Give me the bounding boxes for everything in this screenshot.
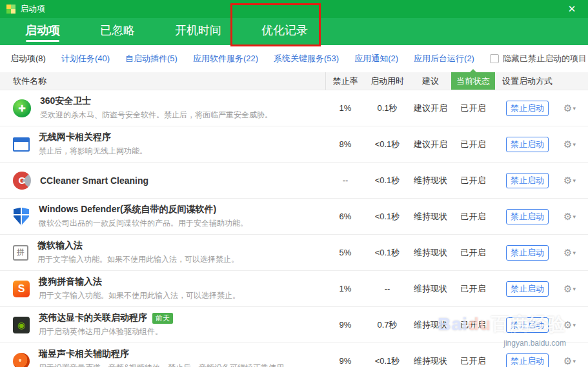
- forbid-startup-button[interactable]: 禁止启动: [506, 101, 549, 116]
- software-text: 微软输入法 用于文字输入功能。如果不使用此输入法，可以选择禁止。: [37, 240, 239, 265]
- ban-rate-value: 1%: [326, 103, 365, 113]
- gear-icon: ⚙: [563, 211, 572, 223]
- app-name: 英伟达显卡的关联启动程序: [39, 312, 147, 324]
- ban-rate-value: 6%: [326, 212, 365, 221]
- suggestion-value: 建议开启: [410, 103, 451, 114]
- table-row: Windows Defender(系统自带的反间谍软件) 微软公司出品的一款反间…: [0, 199, 588, 235]
- network-adapter-icon: [13, 137, 30, 152]
- status-value: 已开启: [451, 319, 495, 331]
- action-cell: 禁止启动: [495, 101, 560, 116]
- software-text: 英伟达显卡的关联启动程序 前天 用于启动英伟达用户体验驱动组件。: [39, 312, 173, 337]
- app-description: 受欢迎的杀木马、防盗号安全软件。禁止后，将面临严重安全威胁。: [40, 110, 272, 121]
- status-value: 已开启: [451, 355, 495, 367]
- status-value: 已开启: [451, 103, 495, 114]
- startup-mode-menu[interactable]: ⚙ ▾: [560, 355, 588, 367]
- table-row: 微软输入法 用于文字输入功能。如果不使用此输入法，可以选择禁止。 5% <0.1…: [0, 235, 588, 271]
- gear-icon: ⚙: [563, 355, 572, 367]
- filter-item[interactable]: 启动项(8): [10, 53, 46, 64]
- ban-rate-value: 5%: [326, 248, 365, 257]
- tab[interactable]: 优化记录: [259, 18, 310, 45]
- window-title: 启动项: [20, 3, 45, 15]
- ban-rate-value: 8%: [326, 139, 365, 149]
- app-name: 360安全卫士: [40, 95, 91, 107]
- ban-rate-value: 1%: [326, 284, 365, 293]
- header-suggestion: 建议: [410, 72, 451, 90]
- filter-item[interactable]: 系统关键服务(53): [274, 53, 339, 64]
- sogou-ime-icon: [13, 281, 30, 297]
- realtek-audio-icon: [13, 353, 30, 367]
- filter-item[interactable]: 应用后台运行(2): [414, 53, 474, 64]
- startup-mode-menu[interactable]: ⚙ ▾: [560, 139, 588, 150]
- action-cell: 禁止启动: [495, 173, 560, 188]
- software-cell: CCleaner Smart Cleaning: [0, 172, 326, 190]
- filter-row: 启动项(8)计划任务(40)自启动插件(5)应用软件服务(22)系统关键服务(5…: [0, 45, 588, 72]
- suggestion-value: 维持现状: [410, 283, 451, 295]
- software-text: Windows Defender(系统自带的反间谍软件) 微软公司出品的一款反间…: [39, 204, 248, 229]
- boot-time-value: <0.1秒: [365, 355, 410, 367]
- header-boot-time: 启动用时: [365, 72, 410, 90]
- status-value: 已开启: [451, 283, 495, 295]
- action-cell: 禁止启动: [495, 245, 560, 261]
- status-value: 已开启: [451, 211, 495, 223]
- filter-item[interactable]: 自启动插件(5): [125, 53, 177, 64]
- gear-icon: ⚙: [563, 283, 572, 295]
- tab[interactable]: 启动项: [23, 18, 62, 45]
- forbid-startup-button[interactable]: 禁止启动: [506, 137, 549, 152]
- tab[interactable]: 开机时间: [173, 18, 223, 45]
- chevron-down-icon: ▾: [573, 250, 576, 256]
- startup-mode-menu[interactable]: ⚙ ▾: [560, 103, 588, 114]
- forbid-startup-button[interactable]: 禁止启动: [506, 173, 549, 188]
- chevron-down-icon: ▾: [573, 358, 576, 364]
- filter-item[interactable]: 计划任务(40): [61, 53, 110, 64]
- software-cell: Windows Defender(系统自带的反间谍软件) 微软公司出品的一款反间…: [0, 204, 326, 229]
- gear-icon: ⚙: [563, 247, 572, 259]
- tab[interactable]: 已忽略: [98, 18, 137, 45]
- forbid-startup-button[interactable]: 禁止启动: [506, 209, 549, 224]
- windows-defender-icon: [13, 208, 30, 226]
- status-value: 已开启: [451, 175, 495, 186]
- boot-time-value: <0.1秒: [365, 175, 410, 186]
- chevron-down-icon: ▾: [573, 213, 576, 220]
- ccleaner-icon: [13, 172, 31, 190]
- startup-mode-menu[interactable]: ⚙ ▾: [560, 319, 588, 331]
- filter-item[interactable]: 应用通知(2): [354, 53, 398, 64]
- software-text: 无线网卡相关程序 禁止后，将影响无线上网功能。: [39, 132, 147, 157]
- software-cell: 瑞昱声卡相关辅助程序 用于设置音量声道、音频&视频特效，禁止后，音频设备可继续正…: [0, 348, 326, 367]
- startup-mode-menu[interactable]: ⚙ ▾: [560, 247, 588, 259]
- nvidia-icon: [13, 317, 30, 333]
- filter-item[interactable]: 应用软件服务(22): [193, 53, 258, 64]
- table-row: CCleaner Smart Cleaning -- <0.1秒 维持现状 已开…: [0, 163, 588, 199]
- hide-disabled-toggle[interactable]: 隐藏已禁止启动的项目: [490, 53, 587, 64]
- close-icon[interactable]: ✕: [562, 3, 582, 15]
- gear-icon: ⚙: [563, 319, 572, 331]
- chevron-down-icon: ▾: [573, 286, 576, 292]
- forbid-startup-button[interactable]: 禁止启动: [506, 245, 549, 261]
- app-description: 用于启动英伟达用户体验驱动组件。: [39, 326, 173, 337]
- startup-mode-menu[interactable]: ⚙ ▾: [560, 283, 588, 295]
- chevron-down-icon: ▾: [573, 177, 576, 184]
- app-description: 用于文字输入功能。如果不使用此输入法，可以选择禁止。: [39, 290, 240, 301]
- hide-disabled-label: 隐藏已禁止启动的项目: [503, 53, 587, 64]
- startup-mode-menu[interactable]: ⚙ ▾: [560, 175, 588, 186]
- forbid-startup-button[interactable]: 禁止启动: [506, 317, 549, 333]
- startup-mode-menu[interactable]: ⚙ ▾: [560, 211, 588, 223]
- startup-list: 360安全卫士 受欢迎的杀木马、防盗号安全软件。禁止后，将面临严重安全威胁。 1…: [0, 90, 588, 367]
- app-description: 微软公司出品的一款反间谍软件的产品。用于安全辅助功能。: [39, 218, 248, 229]
- header-ban-rate: 禁止率: [326, 72, 365, 90]
- app-name: 瑞昱声卡相关辅助程序: [39, 348, 129, 360]
- table-row: 英伟达显卡的关联启动程序 前天 用于启动英伟达用户体验驱动组件。 9% 0.7秒…: [0, 307, 588, 343]
- table-row: 360安全卫士 受欢迎的杀木马、防盗号安全软件。禁止后，将面临严重安全威胁。 1…: [0, 90, 588, 126]
- app-logo-icon: [6, 5, 15, 14]
- forbid-startup-button[interactable]: 禁止启动: [506, 281, 549, 297]
- hide-disabled-checkbox[interactable]: [490, 54, 499, 63]
- action-cell: 禁止启动: [495, 281, 560, 297]
- forbid-startup-button[interactable]: 禁止启动: [506, 353, 549, 367]
- boot-time-value: <0.1秒: [365, 211, 410, 223]
- action-cell: 禁止启动: [495, 353, 560, 367]
- table-row: 瑞昱声卡相关辅助程序 用于设置音量声道、音频&视频特效，禁止后，音频设备可继续正…: [0, 343, 588, 367]
- recent-badge: 前天: [152, 313, 173, 324]
- ban-rate-value: --: [326, 175, 365, 185]
- suggestion-value: 建议开启: [410, 139, 451, 150]
- table-row: 搜狗拼音输入法 用于文字输入功能。如果不使用此输入法，可以选择禁止。 1% --…: [0, 271, 588, 307]
- chevron-down-icon: ▾: [573, 141, 576, 148]
